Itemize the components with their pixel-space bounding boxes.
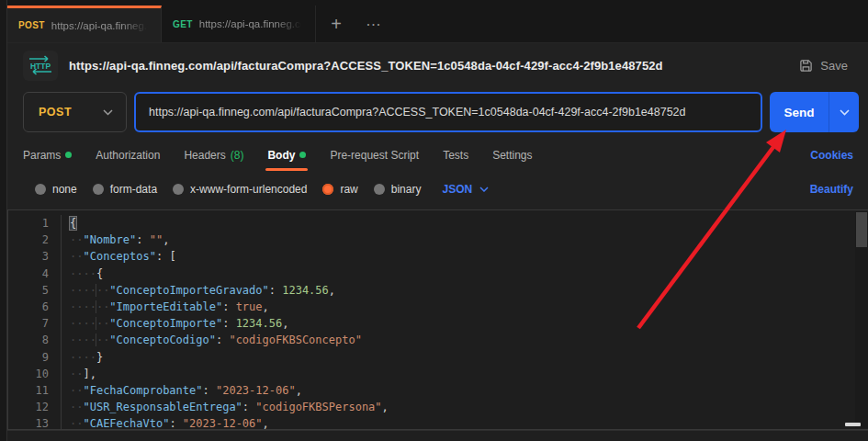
request-section-tabs-row: ParamsAuthorizationHeaders(8)BodyPre-req…	[7, 138, 868, 173]
code-token-punct: {	[70, 217, 76, 230]
radio-raw[interactable]: raw	[322, 183, 357, 196]
body-code-editor[interactable]: 1{2··"Nombre": "",3··"Conceptos": [4····…	[7, 209, 868, 430]
line-number: 10	[8, 366, 49, 382]
indent-whitespace: ··	[83, 300, 96, 313]
collapsed-sidebar-edge	[0, 0, 7, 441]
code-token-key: "FechaComprobante"	[83, 384, 202, 397]
code-line[interactable]: 4····{	[8, 266, 855, 282]
code-token-punct: [	[169, 250, 175, 263]
green-dot-indicator	[65, 152, 72, 158]
code-token-punct: {	[96, 267, 103, 280]
code-token-str: ""	[150, 233, 163, 246]
line-number: 12	[8, 399, 49, 415]
indent-whitespace: ··	[70, 250, 83, 263]
tab-label: Headers	[184, 149, 225, 162]
code-line[interactable]: 10··],	[8, 366, 855, 382]
code-line[interactable]: 6······"ImporteEditable": true,	[8, 299, 855, 315]
code-token-key: "ImporteEditable"	[109, 300, 222, 313]
beautify-link[interactable]: Beautify	[810, 183, 853, 196]
chevron-down-icon	[103, 109, 113, 116]
request-tab-post[interactable]: POST https://api-qa.finneg.co	[7, 6, 162, 42]
indent-whitespace: ··	[70, 267, 83, 280]
tab-authorization[interactable]: Authorization	[96, 138, 160, 173]
tab-headers[interactable]: Headers(8)	[184, 138, 243, 173]
indent-whitespace: ··	[70, 351, 83, 364]
indent-whitespace: ··	[70, 284, 83, 297]
tab-label: Body	[267, 149, 295, 162]
indent-whitespace: ··	[96, 317, 109, 330]
code-token-key: "ConceptoCodigo"	[109, 334, 216, 346]
indent-whitespace: ··	[70, 233, 83, 246]
indent-whitespace: ··	[70, 384, 83, 397]
tab-params[interactable]: Params	[23, 138, 72, 173]
code-token-bool: true	[236, 300, 263, 313]
green-dot-indicator	[299, 152, 306, 158]
gutter-separator	[49, 299, 62, 315]
format-dropdown[interactable]: JSON	[442, 183, 489, 196]
code-token-punct: :	[242, 401, 255, 413]
editor-horizontal-scrollbar[interactable]	[845, 423, 861, 426]
line-content: {	[70, 215, 855, 232]
code-token-key: "USR_ResponsableEntrega"	[83, 401, 242, 413]
tab-options-button[interactable]: •••	[356, 6, 393, 42]
code-line[interactable]: 2··"Nombre": "",	[8, 232, 855, 248]
chevron-down-icon	[479, 187, 489, 192]
radio-none[interactable]: none	[35, 183, 77, 196]
gutter-separator	[49, 366, 62, 382]
radio-circle-icon	[35, 184, 46, 195]
tab-body[interactable]: Body	[267, 138, 306, 173]
request-tab-get[interactable]: GET https://api-qa.finneg.com	[162, 6, 316, 42]
line-content: ····}	[70, 349, 855, 366]
radio-binary[interactable]: binary	[374, 183, 422, 196]
line-content: ······"ConceptoImporte": 1234.56,	[70, 315, 855, 332]
save-label: Save	[820, 59, 848, 73]
tab-url-label: https://api-qa.finneg.co	[51, 20, 150, 31]
code-line[interactable]: 3··"Conceptos": [	[8, 248, 855, 265]
tab-tests[interactable]: Tests	[443, 138, 468, 173]
tab-label: Pre-request Script	[330, 149, 419, 162]
radio-label: raw	[340, 183, 357, 196]
code-token-str: "codigoFKBSPersona"	[255, 401, 381, 413]
radio-label: x-www-form-urlencoded	[190, 183, 307, 196]
code-line[interactable]: 13··"CAEFechaVto": "2023-12-06",	[8, 415, 855, 430]
line-number: 7	[8, 315, 49, 332]
radio-x-www-form-urlencoded[interactable]: x-www-form-urlencoded	[173, 183, 307, 196]
send-button[interactable]: Send	[770, 92, 829, 132]
send-options-button[interactable]	[829, 92, 859, 132]
radio-label: none	[52, 183, 77, 196]
line-content: ······"ImporteEditable": true,	[70, 299, 855, 315]
code-token-punct: :	[156, 250, 169, 263]
code-token-num: 1234.56	[236, 317, 283, 330]
code-line[interactable]: 7······"ConceptoImporte": 1234.56,	[8, 315, 855, 332]
request-section-tabs: ParamsAuthorizationHeaders(8)BodyPre-req…	[23, 138, 810, 173]
indent-whitespace: ··	[96, 300, 109, 313]
code-line[interactable]: 12··"USR_ResponsableEntrega": "codigoFKB…	[8, 399, 855, 415]
code-token-num: 1234.56	[282, 284, 329, 297]
cookies-link[interactable]: Cookies	[810, 149, 853, 162]
method-dropdown[interactable]: POST	[23, 92, 127, 132]
new-tab-button[interactable]: +	[316, 6, 356, 42]
line-number: 5	[8, 282, 49, 299]
line-number: 13	[8, 415, 49, 430]
code-line[interactable]: 8······"ConceptoCodigo": "codigoFKBSConc…	[8, 332, 855, 348]
tab-settings[interactable]: Settings	[492, 138, 532, 173]
line-number: 1	[8, 215, 49, 232]
editor-vertical-scrollbar[interactable]	[855, 211, 868, 428]
tab-pre-request-script[interactable]: Pre-request Script	[330, 138, 419, 173]
url-input[interactable]: https://api-qa.finneg.com/api/facturaCom…	[134, 92, 762, 132]
tab-method-badge: GET	[173, 19, 193, 29]
code-line[interactable]: 1{	[8, 215, 855, 232]
line-content: ··"Conceptos": [	[70, 248, 855, 265]
code-token-punct: :	[269, 284, 282, 297]
gutter-separator	[49, 215, 62, 232]
request-url-title: https://api-qa.finneg.com/api/facturaCom…	[69, 59, 794, 73]
gutter-separator	[49, 232, 62, 248]
save-button[interactable]: Save	[794, 55, 853, 76]
code-token-str: "2023-12-06"	[183, 417, 263, 430]
code-line[interactable]: 5······"ConceptoImporteGravado": 1234.56…	[8, 282, 855, 299]
radio-form-data[interactable]: form-data	[93, 183, 157, 196]
code-line[interactable]: 11··"FechaComprobante": "2023-12-06",	[8, 382, 855, 399]
scrollbar-thumb[interactable]	[856, 212, 867, 247]
code-line[interactable]: 9····}	[8, 349, 855, 366]
indent-whitespace: ··	[70, 334, 83, 346]
